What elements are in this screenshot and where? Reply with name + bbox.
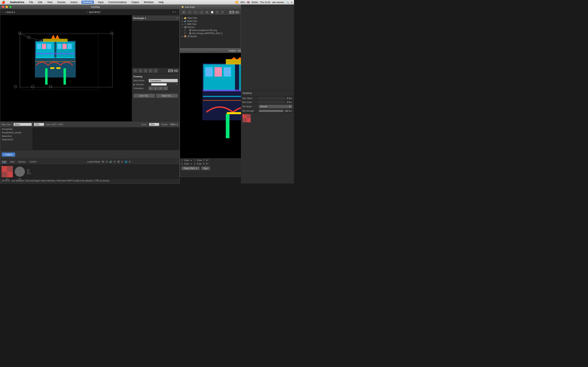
- actor-tb-2[interactable]: —: [187, 10, 192, 15]
- mix-strength-row: Mix Strength 100 % ▲: [241, 109, 294, 113]
- actor-tb-add2[interactable]: ➕: [215, 10, 219, 15]
- scene-tab-untitled[interactable]: Untitled: [2, 152, 15, 157]
- pic-item-2[interactable]: 2 🖼 Arco-Scoppa_MAPPING_2015_0: [181, 32, 240, 35]
- handle-bottom-right[interactable]: [49, 85, 52, 88]
- media-count-4: 0: [129, 161, 130, 163]
- blur-scale-slider[interactable]: [259, 101, 285, 103]
- tab-midi[interactable]: MIDI: [10, 161, 15, 163]
- blur-offset-slider[interactable]: [259, 97, 285, 100]
- midi-files-item[interactable]: ▶ 🎵 MIDI Files: [181, 23, 240, 26]
- menu-communications[interactable]: Communications: [108, 1, 127, 4]
- zoom-select[interactable]: 25%: [34, 123, 44, 126]
- zoom-out-button[interactable]: -: [177, 11, 178, 14]
- menu-windows[interactable]: Windows: [143, 1, 155, 4]
- output-center: ⊡ OUTPUT: [17, 11, 171, 13]
- shape-minus-icon[interactable]: —: [154, 68, 158, 73]
- handle-bezier[interactable]: [41, 39, 44, 42]
- actor-tb-doc[interactable]: 📄: [210, 10, 214, 15]
- actor-title-bar: 📁 auto pngs: [180, 5, 241, 9]
- mix-mode-select[interactable]: Normal ▼: [259, 105, 292, 108]
- rectangle-close-icon[interactable]: ✕: [176, 17, 178, 19]
- output-settings-icon[interactable]: ⊕: [172, 11, 174, 14]
- blur-scale-up[interactable]: ▲: [291, 101, 292, 103]
- scene-item-4[interactable]: 5waycolors2: [0, 138, 33, 141]
- menu-view[interactable]: View: [46, 1, 53, 4]
- menu-file[interactable]: File: [28, 1, 34, 4]
- handle-top-mid[interactable]: [27, 36, 30, 39]
- menu-extra-icon[interactable]: ≡: [291, 1, 292, 3]
- canvas-area[interactable]: [0, 15, 132, 121]
- actor-tb-1[interactable]: ⊞: [181, 10, 186, 15]
- menubar: 🍎 IsadoraCore File Edit View Scenes Acto…: [0, 0, 294, 4]
- actor-tb-add[interactable]: ⊕: [205, 10, 209, 15]
- menu-edit[interactable]: Edit: [37, 1, 43, 4]
- apple-menu[interactable]: 🍎: [2, 1, 5, 4]
- models-3d-item[interactable]: ▶ 📦 3D Models: [181, 35, 240, 38]
- app-name[interactable]: IsadoraCore: [9, 1, 25, 4]
- maximize-button[interactable]: [9, 6, 12, 8]
- orient-btn-j[interactable]: J: [154, 86, 158, 90]
- menu-actors[interactable]: Actors: [70, 1, 78, 4]
- zoom-in-button[interactable]: +: [174, 11, 176, 14]
- intensity-triangle[interactable]: ▶: [134, 83, 135, 86]
- sq-button[interactable]: SQ: [168, 69, 173, 72]
- search-icon[interactable]: 🔍: [286, 1, 289, 4]
- panel-btn-1[interactable]: Layer Opt...: [134, 94, 155, 98]
- orient-btn-l[interactable]: L: [149, 86, 153, 90]
- shape-rect-icon[interactable]: □: [133, 68, 138, 73]
- actor-tb-3[interactable]: —: [193, 10, 198, 15]
- menu-help[interactable]: Help: [158, 1, 164, 4]
- handle-top-left[interactable]: [18, 32, 21, 35]
- size-select[interactable]: Size: [201, 167, 210, 170]
- zoom-val-select[interactable]: 25%: [149, 123, 159, 126]
- tab-osc[interactable]: OSC: [2, 160, 7, 163]
- close-button[interactable]: [2, 6, 4, 8]
- audio-files-item[interactable]: ▶ 🔊 Audio Files: [181, 20, 240, 23]
- orient-btn-1[interactable]: 1: [163, 86, 168, 90]
- sampling-section: Sampling: [241, 91, 294, 96]
- intensity-arrow[interactable]: ▼: [176, 83, 178, 85]
- shape-quad-icon[interactable]: ◇: [143, 68, 148, 73]
- video-files-item[interactable]: ▶ 📁 Video Files: [181, 17, 240, 20]
- panel-btn-2[interactable]: Stage Opt...: [156, 94, 178, 98]
- svg-rect-27: [7, 172, 13, 177]
- actor-tb-export[interactable]: ↗: [220, 10, 225, 15]
- tab-serial[interactable]: SERIAL: [18, 161, 26, 163]
- pictures-item[interactable]: ▼ 🖼 Pictures: [181, 26, 240, 29]
- handle-bottom-center[interactable]: [31, 85, 34, 88]
- intensity-slider[interactable]: [151, 83, 175, 86]
- blur-offset-up[interactable]: ▲: [291, 97, 292, 99]
- output-toolbar: ✛ i i SOLO # ⊡ OUTPUT ⊕ + -: [0, 9, 180, 15]
- svg-rect-14: [63, 68, 66, 85]
- pic-1-icon: 🖼: [189, 29, 191, 31]
- scene-item-3[interactable]: 5waycolors: [0, 134, 33, 138]
- blend-mode-select-wrapper[interactable]: Transparent: [149, 79, 178, 82]
- actor-hq-btn[interactable]: HQ: [235, 11, 240, 14]
- thumb-2[interactable]: Mat: [14, 166, 26, 177]
- solo-label[interactable]: i SOLO #: [6, 11, 15, 13]
- menu-scenes[interactable]: Scenes: [57, 1, 66, 4]
- actor-tb-4[interactable]: ◁: [199, 10, 204, 15]
- hq-button[interactable]: HQ: [173, 69, 178, 72]
- handle-bottom-left[interactable]: [14, 85, 17, 88]
- tab-tcpip[interactable]: TCP/IP: [29, 161, 36, 163]
- scene-list: 3morphdots 3morphdots2_animat 5waycolors…: [0, 127, 33, 150]
- lower-thumb-1[interactable]: [242, 114, 251, 122]
- bkg-color-select[interactable]: Black: [13, 123, 32, 126]
- menu-controls[interactable]: Controls: [81, 1, 94, 4]
- shape-poly-icon[interactable]: ⬡: [148, 68, 153, 73]
- menu-input[interactable]: Input: [97, 1, 104, 4]
- mix-strength-slider[interactable]: [259, 110, 283, 112]
- minimize-button[interactable]: [6, 6, 8, 8]
- shape-tri-icon[interactable]: △: [138, 68, 143, 73]
- scene-item-1[interactable]: 3morphdots: [0, 127, 33, 131]
- blend-mode-value[interactable]: Transparent: [149, 79, 178, 82]
- actor-sq-btn[interactable]: SQ: [229, 11, 234, 14]
- coord-mode-select[interactable]: Object (Rel) ▼: [182, 167, 200, 170]
- orient-btn-f[interactable]: F: [158, 86, 163, 90]
- thumb-1[interactable]: Mat: [1, 166, 13, 177]
- mix-strength-arrow-up[interactable]: ▲: [291, 110, 292, 112]
- pic-item-1[interactable]: 1 🖼 weird arrangement 001.png: [181, 29, 240, 32]
- scene-item-2[interactable]: 3morphdots2_animat: [0, 131, 33, 134]
- menu-output[interactable]: Output: [131, 1, 140, 4]
